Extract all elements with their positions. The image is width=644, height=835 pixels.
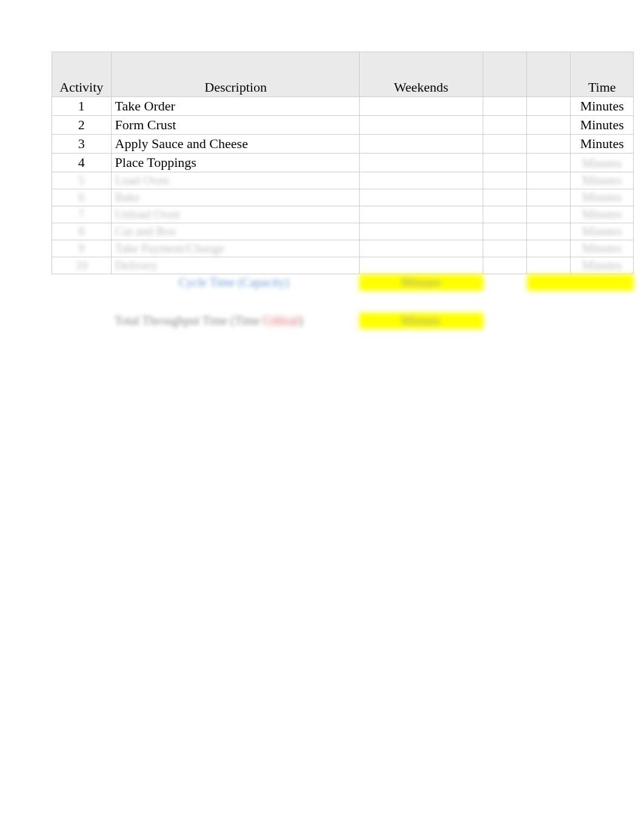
cell-weekends [359, 223, 483, 240]
cell-col5 [527, 135, 571, 154]
table-row: 4Place ToppingsMinutes [52, 154, 634, 172]
header-description: Description [111, 52, 359, 97]
cell-col5 [527, 257, 571, 274]
summary-row-cycle-time: Cycle Time (Capacity)Minutes [52, 274, 634, 291]
cell-activity: 5 [52, 172, 112, 189]
header-col5 [527, 52, 571, 97]
table-row: 2Form CrustMinutes [52, 116, 634, 135]
cell-col5 [527, 206, 571, 223]
table-row: 7Unload OvenMinutes [52, 206, 634, 223]
cell-col5 [527, 116, 571, 135]
cell-col5 [527, 240, 571, 257]
header-col4 [483, 52, 527, 97]
cell-description: Form Crust [111, 116, 359, 135]
cell-col4 [483, 154, 527, 172]
cell-time: Minutes [571, 172, 634, 189]
cell-col4 [483, 189, 527, 206]
summary-label-cycle-time: Cycle Time (Capacity) [111, 274, 359, 291]
cell-col5 [527, 223, 571, 240]
cell-time: Minutes [571, 206, 634, 223]
cell-col4 [483, 116, 527, 135]
cell-time: Minutes [571, 154, 634, 172]
cell-col4 [483, 240, 527, 257]
table-body: 1Take OrderMinutes2Form CrustMinutes3App… [52, 97, 634, 330]
cell-col4 [483, 172, 527, 189]
summary-label-throughput: Total Throughput Time (Time Critical) [111, 313, 359, 329]
table-row: 10DeliveryMinutes [52, 257, 634, 274]
summary-row-throughput: Total Throughput Time (Time Critical)Min… [52, 313, 634, 329]
cell-weekends [359, 189, 483, 206]
cell-weekends [359, 172, 483, 189]
cell-time: Minutes [571, 116, 634, 135]
cell-description: Cut and Box [111, 223, 359, 240]
table-row: 6BakeMinutes [52, 189, 634, 206]
header-time: Time [571, 52, 634, 97]
cell-activity: 3 [52, 135, 112, 154]
cell-activity: 7 [52, 206, 112, 223]
cell-time: Minutes [571, 240, 634, 257]
cell-col5 [527, 172, 571, 189]
cell-weekends [359, 97, 483, 116]
cell-activity: 10 [52, 257, 112, 274]
cell-description: Delivery [111, 257, 359, 274]
cell-time: Minutes [571, 135, 634, 154]
summary-extra-highlight [527, 274, 634, 291]
cell-weekends [359, 240, 483, 257]
cell-description: Place Toppings [111, 154, 359, 172]
table-header-row: Activity Description Weekends Time [52, 52, 634, 97]
cell-col4 [483, 257, 527, 274]
cell-weekends [359, 154, 483, 172]
cell-weekends [359, 257, 483, 274]
table-row: 3Apply Sauce and CheeseMinutes [52, 135, 634, 154]
cell-description: Unload Oven [111, 206, 359, 223]
cell-description: Apply Sauce and Cheese [111, 135, 359, 154]
cell-col4 [483, 206, 527, 223]
cell-description: Bake [111, 189, 359, 206]
cell-time: Minutes [571, 189, 634, 206]
cell-activity: 6 [52, 189, 112, 206]
cell-col4 [483, 135, 527, 154]
cell-time: Minutes [571, 223, 634, 240]
cell-col4 [483, 97, 527, 116]
cell-time: Minutes [571, 257, 634, 274]
table-row: 1Take OrderMinutes [52, 97, 634, 116]
cell-description: Load Oven [111, 172, 359, 189]
header-activity: Activity [52, 52, 112, 97]
table-row: 9Take Payment/ChangeMinutes [52, 240, 634, 257]
cell-col5 [527, 189, 571, 206]
cell-description: Take Order [111, 97, 359, 116]
activity-table-container: Activity Description Weekends Time 1Take… [52, 52, 634, 329]
summary-value-cycle-time: Minutes [359, 274, 483, 291]
table-row: 8Cut and BoxMinutes [52, 223, 634, 240]
summary-value-throughput: Minutes [359, 313, 483, 329]
cell-description: Take Payment/Change [111, 240, 359, 257]
activity-table: Activity Description Weekends Time 1Take… [52, 52, 634, 329]
cell-activity: 1 [52, 97, 112, 116]
cell-weekends [359, 135, 483, 154]
cell-activity: 4 [52, 154, 112, 172]
cell-activity: 9 [52, 240, 112, 257]
cell-weekends [359, 116, 483, 135]
cell-col5 [527, 97, 571, 116]
cell-time: Minutes [571, 97, 634, 116]
table-row: 5Load OvenMinutes [52, 172, 634, 189]
cell-col5 [527, 154, 571, 172]
header-weekends: Weekends [359, 52, 483, 97]
cell-col4 [483, 223, 527, 240]
cell-activity: 8 [52, 223, 112, 240]
cell-activity: 2 [52, 116, 112, 135]
cell-weekends [359, 206, 483, 223]
